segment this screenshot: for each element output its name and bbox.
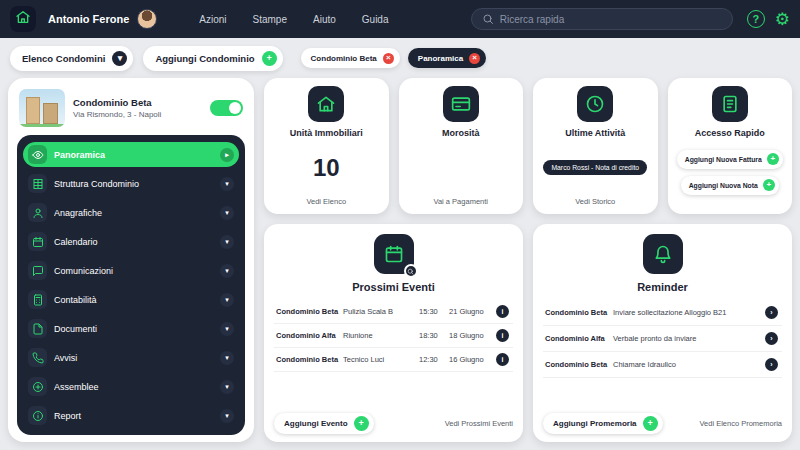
- nav-item-stampe[interactable]: Stampe: [253, 14, 287, 25]
- aggiungi-promemoria-button[interactable]: Aggiungi Promemoria +: [543, 413, 663, 434]
- calendar-icon: [374, 234, 414, 274]
- event-row[interactable]: Condominio Beta Tecnico Luci 12:30 16 Gi…: [274, 348, 513, 372]
- event-name: Pulizia Scala B: [343, 307, 416, 316]
- reminder-panel: Reminder Condominio Beta Inviare solleci…: [533, 224, 792, 442]
- sidebar-item-panoramica[interactable]: Panoramica ▸: [23, 142, 239, 167]
- sidebar-item-assemblee[interactable]: Assemblee ▾: [23, 374, 239, 399]
- search-bar[interactable]: [471, 8, 733, 30]
- event-row[interactable]: Condominio Beta Pulizia Scala B 15:30 21…: [274, 300, 513, 324]
- sidebar-item-label: Contabilità: [54, 295, 213, 305]
- chevron-down-icon[interactable]: ▾: [220, 409, 234, 423]
- event-condo: Condominio Beta: [276, 307, 340, 316]
- elenco-condomini-button[interactable]: Elenco Condomini ▾: [10, 46, 133, 71]
- info-icon[interactable]: i: [496, 305, 509, 318]
- person-icon: [28, 203, 47, 222]
- chevron-down-icon[interactable]: ▾: [220, 264, 234, 278]
- help-button[interactable]: ?: [747, 10, 765, 28]
- reminder-row[interactable]: Condominio Alfa Verbale pronto da inviar…: [543, 326, 782, 352]
- info-icon[interactable]: i: [496, 353, 509, 366]
- avatar[interactable]: [137, 9, 157, 29]
- card-title: Unità Immobiliari: [290, 128, 363, 138]
- main-area: Unità Immobiliari 10 Vedi Elenco Morosit…: [264, 78, 792, 442]
- chevron-right-icon[interactable]: ›: [765, 332, 778, 345]
- activity-item[interactable]: Marco Rossi - Nota di credito: [543, 160, 647, 175]
- chevron-down-icon[interactable]: ▾: [220, 293, 234, 307]
- plus-circle-icon: [28, 377, 47, 396]
- button-label: Aggiungi Evento: [284, 419, 348, 428]
- sidebar-item-calendario[interactable]: Calendario ▾: [23, 229, 239, 254]
- info-icon: [28, 406, 47, 425]
- card-accesso-rapido: Accesso Rapido Aggiungi Nuova Fattura + …: [668, 78, 793, 214]
- top-bar: Antonio Ferone Azioni Stampe Aiuto Guida…: [0, 0, 800, 38]
- reminder-condo: Condominio Beta: [545, 308, 609, 317]
- chevron-right-icon[interactable]: ▸: [220, 148, 234, 162]
- nav-item-azioni[interactable]: Azioni: [199, 14, 226, 25]
- app-logo[interactable]: [10, 6, 36, 32]
- sidebar-item-avvisi[interactable]: Avvisi ▾: [23, 345, 239, 370]
- nav-item-aiuto[interactable]: Aiuto: [313, 14, 336, 25]
- info-icon[interactable]: i: [496, 329, 509, 342]
- reminders-list: Condominio Beta Inviare sollecitazione A…: [543, 300, 782, 378]
- event-time: 18:30: [419, 331, 446, 340]
- plus-icon: +: [763, 179, 775, 191]
- chevron-right-icon[interactable]: ›: [765, 358, 778, 371]
- tab-label: Condominio Beta: [311, 54, 377, 63]
- gear-icon: ⚙: [775, 10, 790, 29]
- phone-icon: [28, 348, 47, 367]
- vedi-storico-link[interactable]: Vedi Storico: [575, 197, 615, 208]
- aggiungi-nuova-fattura-button[interactable]: Aggiungi Nuova Fattura +: [677, 150, 783, 169]
- plus-icon: +: [354, 416, 369, 431]
- aggiungi-condominio-label: Aggiungi Condominio: [155, 53, 254, 64]
- top-nav: Azioni Stampe Aiuto Guida: [199, 14, 388, 25]
- aggiungi-condominio-button[interactable]: Aggiungi Condominio +: [143, 46, 282, 71]
- reminder-row[interactable]: Condominio Beta Inviare sollecitazione A…: [543, 300, 782, 326]
- user-name: Antonio Ferone: [48, 13, 129, 25]
- controls-row: Elenco Condomini ▾ Aggiungi Condominio +…: [0, 38, 800, 78]
- chevron-right-icon[interactable]: ›: [765, 306, 778, 319]
- calculator-icon: [28, 290, 47, 309]
- elenco-condomini-label: Elenco Condomini: [22, 53, 105, 64]
- plus-icon: +: [643, 416, 658, 431]
- card-title: Morosità: [442, 128, 480, 138]
- reminder-text: Verbale pronto da inviare: [613, 334, 761, 343]
- house-icon: [15, 9, 31, 29]
- aggiungi-nuova-nota-button[interactable]: Aggiungi Nuova Nota +: [681, 176, 779, 195]
- condo-toggle[interactable]: [210, 100, 243, 116]
- sidebar-item-label: Documenti: [54, 324, 213, 334]
- sidebar-item-struttura-condominio[interactable]: Struttura Condominio ▾: [23, 171, 239, 196]
- settings-button[interactable]: ⚙: [775, 11, 790, 28]
- sidebar-item-contabilita[interactable]: Contabilità ▾: [23, 287, 239, 312]
- search-input[interactable]: [500, 14, 722, 25]
- sidebar-item-comunicazioni[interactable]: Comunicazioni ▾: [23, 258, 239, 283]
- chevron-down-icon[interactable]: ▾: [220, 380, 234, 394]
- condo-address: Via Rismondo, 3 - Napoli: [73, 110, 202, 119]
- tab-condominio-beta[interactable]: Condominio Beta ×: [301, 48, 400, 68]
- close-icon[interactable]: ×: [383, 53, 394, 64]
- chevron-down-icon[interactable]: ▾: [220, 177, 234, 191]
- reminder-text: Chiamare Idraulico: [613, 360, 761, 369]
- tab-panoramica[interactable]: Panoramica ×: [408, 48, 486, 68]
- event-date: 18 Giugno: [449, 331, 493, 340]
- aggiungi-evento-button[interactable]: Aggiungi Evento +: [274, 413, 374, 434]
- chevron-down-icon[interactable]: ▾: [220, 351, 234, 365]
- events-list: Condominio Beta Pulizia Scala B 15:30 21…: [274, 300, 513, 372]
- reminder-row[interactable]: Condominio Beta Chiamare Idraulico ›: [543, 352, 782, 378]
- condo-header: Condominio Beta Via Rismondo, 3 - Napoli: [17, 87, 245, 135]
- condo-thumbnail: [19, 89, 65, 127]
- sidebar-item-documenti[interactable]: Documenti ▾: [23, 316, 239, 341]
- vedi-elenco-link[interactable]: Vedi Elenco: [306, 197, 346, 208]
- button-label: Aggiungi Nuova Nota: [689, 182, 758, 189]
- search-icon: [482, 13, 494, 25]
- close-icon[interactable]: ×: [469, 53, 480, 64]
- chevron-down-icon[interactable]: ▾: [220, 206, 234, 220]
- sidebar-item-anagrafiche[interactable]: Anagrafiche ▾: [23, 200, 239, 225]
- vedi-prossimi-eventi-link[interactable]: Vedi Prossimi Eventi: [445, 419, 513, 428]
- vedi-elenco-promemoria-link[interactable]: Vedi Elenco Promemoria: [699, 419, 782, 428]
- vai-a-pagamenti-link[interactable]: Vai a Pagamenti: [434, 197, 488, 208]
- event-row[interactable]: Condominio Alfa Riunione 18:30 18 Giugno…: [274, 324, 513, 348]
- sidebar-item-report[interactable]: Report ▾: [23, 403, 239, 428]
- nav-item-guida[interactable]: Guida: [362, 14, 389, 25]
- sidebar-item-label: Calendario: [54, 237, 213, 247]
- chevron-down-icon[interactable]: ▾: [220, 235, 234, 249]
- chevron-down-icon[interactable]: ▾: [220, 322, 234, 336]
